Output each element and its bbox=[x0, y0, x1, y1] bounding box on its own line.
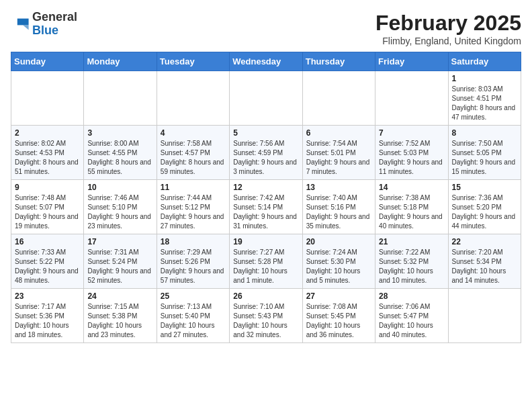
day-number: 20 bbox=[306, 237, 371, 246]
day-number: 4 bbox=[161, 128, 226, 138]
day-number: 13 bbox=[306, 183, 371, 192]
weekday-header-tuesday: Tuesday bbox=[157, 52, 229, 71]
day-info: Sunrise: 7:20 AM Sunset: 5:34 PM Dayligh… bbox=[452, 248, 517, 285]
day-info: Sunrise: 8:02 AM Sunset: 4:53 PM Dayligh… bbox=[15, 139, 80, 177]
day-info: Sunrise: 7:58 AM Sunset: 4:57 PM Dayligh… bbox=[161, 139, 226, 177]
day-number: 27 bbox=[306, 291, 371, 301]
weekday-header-saturday: Saturday bbox=[448, 52, 521, 71]
day-number: 11 bbox=[161, 183, 226, 192]
day-number: 26 bbox=[233, 291, 298, 301]
day-number: 12 bbox=[233, 183, 298, 192]
day-number: 25 bbox=[161, 291, 226, 301]
day-cell: 17Sunrise: 7:31 AM Sunset: 5:24 PM Dayli… bbox=[84, 234, 157, 289]
day-info: Sunrise: 7:50 AM Sunset: 5:05 PM Dayligh… bbox=[452, 139, 517, 177]
day-info: Sunrise: 7:13 AM Sunset: 5:40 PM Dayligh… bbox=[161, 302, 226, 340]
day-cell: 5Sunrise: 7:56 AM Sunset: 4:59 PM Daylig… bbox=[230, 126, 302, 180]
day-cell: 1Sunrise: 8:03 AM Sunset: 4:51 PM Daylig… bbox=[448, 71, 521, 126]
day-info: Sunrise: 7:33 AM Sunset: 5:22 PM Dayligh… bbox=[15, 248, 80, 285]
day-info: Sunrise: 7:22 AM Sunset: 5:32 PM Dayligh… bbox=[379, 248, 444, 285]
day-number: 16 bbox=[15, 237, 80, 246]
day-number: 14 bbox=[379, 183, 444, 192]
day-cell: 15Sunrise: 7:36 AM Sunset: 5:20 PM Dayli… bbox=[448, 180, 521, 234]
calendar: SundayMondayTuesdayWednesdayThursdayFrid… bbox=[11, 52, 521, 343]
day-info: Sunrise: 7:06 AM Sunset: 5:47 PM Dayligh… bbox=[379, 302, 444, 340]
day-cell bbox=[302, 71, 375, 126]
day-info: Sunrise: 7:48 AM Sunset: 5:07 PM Dayligh… bbox=[15, 193, 80, 231]
week-row-4: 16Sunrise: 7:33 AM Sunset: 5:22 PM Dayli… bbox=[11, 234, 521, 289]
location: Flimby, England, United Kingdom bbox=[375, 36, 521, 46]
svg-marker-1 bbox=[23, 25, 28, 30]
day-info: Sunrise: 7:10 AM Sunset: 5:43 PM Dayligh… bbox=[233, 302, 298, 340]
day-number: 10 bbox=[87, 183, 152, 192]
day-cell: 25Sunrise: 7:13 AM Sunset: 5:40 PM Dayli… bbox=[157, 289, 229, 343]
day-cell bbox=[448, 289, 521, 343]
weekday-header-wednesday: Wednesday bbox=[230, 52, 302, 71]
day-cell: 10Sunrise: 7:46 AM Sunset: 5:10 PM Dayli… bbox=[84, 180, 157, 234]
day-info: Sunrise: 7:24 AM Sunset: 5:30 PM Dayligh… bbox=[306, 248, 371, 285]
page-header: General Blue February 2025 Flimby, Engla… bbox=[11, 11, 521, 46]
day-cell: 16Sunrise: 7:33 AM Sunset: 5:22 PM Dayli… bbox=[11, 234, 84, 289]
day-number: 28 bbox=[379, 291, 444, 301]
day-info: Sunrise: 7:27 AM Sunset: 5:28 PM Dayligh… bbox=[233, 248, 298, 285]
day-cell: 4Sunrise: 7:58 AM Sunset: 4:57 PM Daylig… bbox=[157, 126, 229, 180]
day-cell: 23Sunrise: 7:17 AM Sunset: 5:36 PM Dayli… bbox=[11, 289, 84, 343]
day-info: Sunrise: 7:08 AM Sunset: 5:45 PM Dayligh… bbox=[306, 302, 371, 340]
weekday-header-friday: Friday bbox=[375, 52, 448, 71]
day-cell: 24Sunrise: 7:15 AM Sunset: 5:38 PM Dayli… bbox=[84, 289, 157, 343]
logo-text: General Blue bbox=[32, 11, 77, 38]
day-cell: 18Sunrise: 7:29 AM Sunset: 5:26 PM Dayli… bbox=[157, 234, 229, 289]
day-number: 19 bbox=[233, 237, 298, 246]
day-cell bbox=[11, 71, 84, 126]
day-cell: 20Sunrise: 7:24 AM Sunset: 5:30 PM Dayli… bbox=[302, 234, 375, 289]
day-cell: 2Sunrise: 8:02 AM Sunset: 4:53 PM Daylig… bbox=[11, 126, 84, 180]
day-cell: 3Sunrise: 8:00 AM Sunset: 4:55 PM Daylig… bbox=[84, 126, 157, 180]
day-cell: 22Sunrise: 7:20 AM Sunset: 5:34 PM Dayli… bbox=[448, 234, 521, 289]
day-number: 15 bbox=[452, 183, 517, 192]
day-info: Sunrise: 8:00 AM Sunset: 4:55 PM Dayligh… bbox=[87, 139, 152, 177]
day-cell: 9Sunrise: 7:48 AM Sunset: 5:07 PM Daylig… bbox=[11, 180, 84, 234]
day-info: Sunrise: 7:54 AM Sunset: 5:01 PM Dayligh… bbox=[306, 139, 371, 177]
day-number: 24 bbox=[87, 291, 152, 301]
day-cell: 13Sunrise: 7:40 AM Sunset: 5:16 PM Dayli… bbox=[302, 180, 375, 234]
day-cell: 27Sunrise: 7:08 AM Sunset: 5:45 PM Dayli… bbox=[302, 289, 375, 343]
weekday-header-monday: Monday bbox=[84, 52, 157, 71]
week-row-1: 1Sunrise: 8:03 AM Sunset: 4:51 PM Daylig… bbox=[11, 71, 521, 126]
day-number: 23 bbox=[15, 291, 80, 301]
day-number: 6 bbox=[306, 128, 371, 138]
week-row-5: 23Sunrise: 7:17 AM Sunset: 5:36 PM Dayli… bbox=[11, 289, 521, 343]
day-info: Sunrise: 7:40 AM Sunset: 5:16 PM Dayligh… bbox=[306, 193, 371, 231]
day-number: 22 bbox=[452, 237, 517, 246]
day-info: Sunrise: 8:03 AM Sunset: 4:51 PM Dayligh… bbox=[452, 85, 517, 122]
day-number: 18 bbox=[161, 237, 226, 246]
day-number: 5 bbox=[233, 128, 298, 138]
day-number: 17 bbox=[87, 237, 152, 246]
day-info: Sunrise: 7:31 AM Sunset: 5:24 PM Dayligh… bbox=[87, 248, 152, 285]
day-number: 9 bbox=[15, 183, 80, 192]
day-cell bbox=[84, 71, 157, 126]
day-info: Sunrise: 7:46 AM Sunset: 5:10 PM Dayligh… bbox=[87, 193, 152, 231]
logo-icon bbox=[11, 15, 30, 34]
day-cell: 12Sunrise: 7:42 AM Sunset: 5:14 PM Dayli… bbox=[230, 180, 302, 234]
weekday-header-thursday: Thursday bbox=[302, 52, 375, 71]
day-cell bbox=[230, 71, 302, 126]
logo: General Blue bbox=[11, 11, 77, 38]
day-info: Sunrise: 7:52 AM Sunset: 5:03 PM Dayligh… bbox=[379, 139, 444, 177]
day-info: Sunrise: 7:38 AM Sunset: 5:18 PM Dayligh… bbox=[379, 193, 444, 231]
month-title: February 2025 bbox=[375, 11, 521, 36]
svg-marker-0 bbox=[17, 18, 29, 25]
day-cell: 11Sunrise: 7:44 AM Sunset: 5:12 PM Dayli… bbox=[157, 180, 229, 234]
day-info: Sunrise: 7:15 AM Sunset: 5:38 PM Dayligh… bbox=[87, 302, 152, 340]
day-cell: 14Sunrise: 7:38 AM Sunset: 5:18 PM Dayli… bbox=[375, 180, 448, 234]
day-cell bbox=[375, 71, 448, 126]
day-cell: 28Sunrise: 7:06 AM Sunset: 5:47 PM Dayli… bbox=[375, 289, 448, 343]
day-info: Sunrise: 7:56 AM Sunset: 4:59 PM Dayligh… bbox=[233, 139, 298, 177]
day-info: Sunrise: 7:44 AM Sunset: 5:12 PM Dayligh… bbox=[161, 193, 226, 231]
day-number: 3 bbox=[87, 128, 152, 138]
week-row-3: 9Sunrise: 7:48 AM Sunset: 5:07 PM Daylig… bbox=[11, 180, 521, 234]
title-area: February 2025 Flimby, England, United Ki… bbox=[375, 11, 521, 46]
day-cell bbox=[157, 71, 229, 126]
day-cell: 7Sunrise: 7:52 AM Sunset: 5:03 PM Daylig… bbox=[375, 126, 448, 180]
day-cell: 6Sunrise: 7:54 AM Sunset: 5:01 PM Daylig… bbox=[302, 126, 375, 180]
day-cell: 8Sunrise: 7:50 AM Sunset: 5:05 PM Daylig… bbox=[448, 126, 521, 180]
day-info: Sunrise: 7:17 AM Sunset: 5:36 PM Dayligh… bbox=[15, 302, 80, 340]
